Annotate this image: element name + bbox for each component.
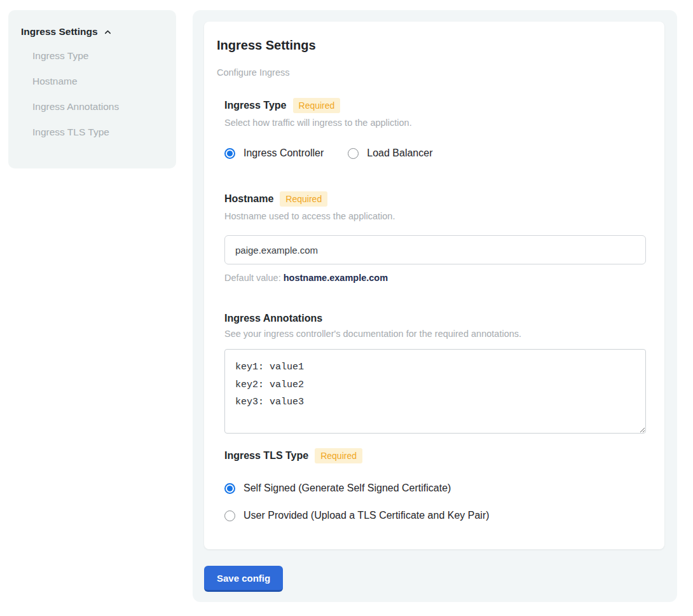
ingress-type-description: Select how traffic will ingress to the a… xyxy=(224,118,645,128)
radio-load-balancer[interactable]: Load Balancer xyxy=(348,147,432,159)
radio-user-provided[interactable]: User Provided (Upload a TLS Certificate … xyxy=(224,510,645,521)
ingress-tls-type-label: Ingress TLS Type xyxy=(224,450,308,462)
section-hostname: Hostname Required Hostname used to acces… xyxy=(224,191,645,283)
section-ingress-annotations: Ingress Annotations See your ingress con… xyxy=(224,313,645,434)
chevron-up-icon xyxy=(103,27,113,37)
hostname-label: Hostname xyxy=(224,193,273,205)
section-ingress-type: Ingress Type Required Select how traffic… xyxy=(224,98,645,159)
radio-label: Self Signed (Generate Self Signed Certif… xyxy=(244,483,451,494)
required-badge: Required xyxy=(293,98,341,113)
sidebar-item-ingress-tls-type[interactable]: Ingress TLS Type xyxy=(21,120,163,145)
page-title: Ingress Settings xyxy=(217,38,645,53)
settings-panel: Ingress Settings Configure Ingress Ingre… xyxy=(193,10,677,602)
sidebar: Ingress Settings Ingress Type Hostname I… xyxy=(8,10,176,168)
radio-label: User Provided (Upload a TLS Certificate … xyxy=(244,510,490,521)
radio-button-icon[interactable] xyxy=(224,148,235,159)
hostname-description: Hostname used to access the application. xyxy=(224,211,645,221)
ingress-type-label: Ingress Type xyxy=(224,100,287,111)
required-badge: Required xyxy=(280,191,327,207)
radio-button-icon[interactable] xyxy=(224,483,235,494)
ingress-settings-card: Ingress Settings Configure Ingress Ingre… xyxy=(204,22,664,549)
sidebar-header-label: Ingress Settings xyxy=(21,26,98,38)
radio-button-icon[interactable] xyxy=(348,148,359,159)
radio-label: Ingress Controller xyxy=(244,147,324,159)
default-value-label: Default value: xyxy=(224,273,284,283)
radio-button-icon[interactable] xyxy=(224,510,235,521)
ingress-annotations-label: Ingress Annotations xyxy=(224,313,322,324)
radio-ingress-controller[interactable]: Ingress Controller xyxy=(224,147,324,159)
ingress-type-radio-group: Ingress Controller Load Balancer xyxy=(224,147,645,159)
save-config-button[interactable]: Save config xyxy=(204,566,283,592)
ingress-annotations-description: See your ingress controller's documentat… xyxy=(224,329,645,339)
sidebar-item-ingress-type[interactable]: Ingress Type xyxy=(21,43,163,69)
sidebar-item-hostname[interactable]: Hostname xyxy=(21,69,163,94)
default-value-text: hostname.example.com xyxy=(284,273,388,283)
sidebar-item-ingress-annotations[interactable]: Ingress Annotations xyxy=(21,94,163,120)
radio-label: Load Balancer xyxy=(367,147,432,159)
sidebar-item-list: Ingress Type Hostname Ingress Annotation… xyxy=(21,43,163,145)
radio-self-signed[interactable]: Self Signed (Generate Self Signed Certif… xyxy=(224,483,645,494)
hostname-input[interactable] xyxy=(224,235,646,264)
ingress-annotations-textarea[interactable]: key1: value1 key2: value2 key3: value3 xyxy=(224,349,646,434)
ingress-tls-radio-group: Self Signed (Generate Self Signed Certif… xyxy=(224,483,645,521)
page-subtitle: Configure Ingress xyxy=(217,67,645,78)
required-badge: Required xyxy=(315,448,362,463)
section-ingress-tls-type: Ingress TLS Type Required Self Signed (G… xyxy=(224,448,645,521)
hostname-default-hint: Default value: hostname.example.com xyxy=(224,273,645,283)
sidebar-header-ingress-settings[interactable]: Ingress Settings xyxy=(21,26,163,38)
